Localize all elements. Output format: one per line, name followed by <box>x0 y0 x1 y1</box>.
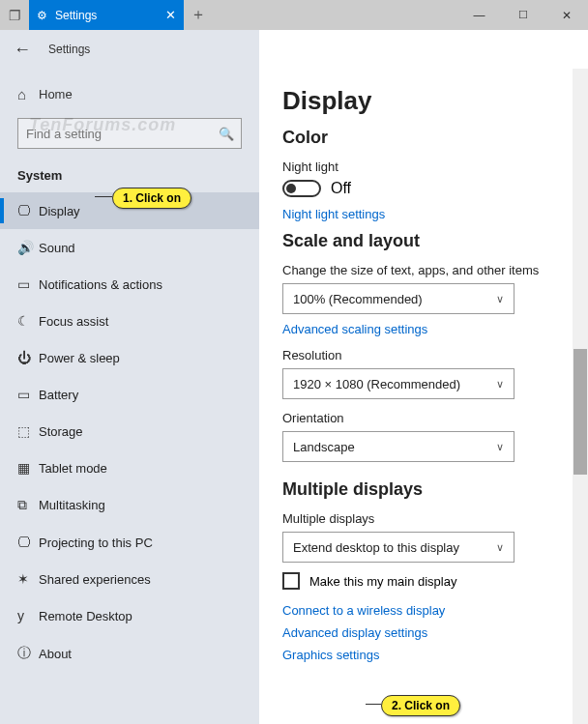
sidebar-item-about[interactable]: ⓘAbout <box>0 634 259 673</box>
text-size-value: 100% (Recommended) <box>293 292 423 306</box>
app-title: Settings <box>48 43 90 56</box>
search-icon[interactable]: 🔍 <box>212 127 241 141</box>
chevron-down-icon: ∨ <box>496 293 504 305</box>
tab-label: Settings <box>55 9 97 22</box>
close-tab-icon[interactable]: ✕ <box>165 8 176 22</box>
nav-icon: ▭ <box>17 387 39 402</box>
advanced-scaling-link[interactable]: Advanced scaling settings <box>282 322 565 336</box>
main-display-label: Make this my main display <box>309 574 456 589</box>
nav-label: Notifications & actions <box>39 277 162 292</box>
callout-1: 1. Click on <box>112 188 191 209</box>
orientation-value: Landscape <box>293 440 355 454</box>
multi-display-select[interactable]: Extend desktop to this display ∨ <box>282 532 514 563</box>
home-icon: ⌂ <box>17 86 39 102</box>
callout-line <box>366 704 381 705</box>
sidebar-item-multitasking[interactable]: ⧉Multitasking <box>0 486 259 524</box>
sidebar-item-shared-experiences[interactable]: ✶Shared experiences <box>0 561 259 597</box>
text-size-select[interactable]: 100% (Recommended) ∨ <box>282 283 514 314</box>
nav-icon: y <box>17 608 39 623</box>
gear-icon: ⚙ <box>37 9 47 22</box>
nav-icon: ⓘ <box>17 645 39 662</box>
nav-icon: ⧉ <box>17 497 39 513</box>
scale-heading: Scale and layout <box>282 231 565 251</box>
nav-icon: 🖵 <box>17 535 39 550</box>
back-button[interactable]: ← <box>14 40 31 60</box>
orientation-label: Orientation <box>282 411 565 425</box>
nav-label: Shared experiences <box>39 572 151 587</box>
search-input[interactable] <box>18 127 212 141</box>
sidebar-item-sound[interactable]: 🔊Sound <box>0 229 259 266</box>
night-light-state: Off <box>331 180 351 197</box>
nav-label: Tablet mode <box>39 461 107 476</box>
callout-line <box>95 196 112 197</box>
home-label: Home <box>39 87 73 101</box>
nav-label: Multitasking <box>39 498 105 512</box>
connect-wireless-link[interactable]: Connect to a wireless display <box>282 603 565 618</box>
resolution-value: 1920 × 1080 (Recommended) <box>293 377 460 391</box>
sidebar-item-remote-desktop[interactable]: yRemote Desktop <box>0 597 259 634</box>
nav-icon: ⬚ <box>17 423 39 439</box>
nav-label: Display <box>39 204 80 218</box>
nav-icon: ⏻ <box>17 350 39 365</box>
chevron-down-icon: ∨ <box>496 378 504 391</box>
sidebar-item-projecting-to-this-pc[interactable]: 🖵Projecting to this PC <box>0 524 259 561</box>
nav-icon: ☾ <box>17 313 39 329</box>
nav-label: About <box>39 647 72 661</box>
sidebar-item-focus-assist[interactable]: ☾Focus assist <box>0 303 259 339</box>
nav-label: Remote Desktop <box>39 609 132 623</box>
multi-value: Extend desktop to this display <box>293 540 459 555</box>
active-tab[interactable]: ⚙ Settings ✕ <box>29 0 184 30</box>
nav-label: Sound <box>39 241 75 255</box>
tabs-icon[interactable]: ❐ <box>0 0 29 30</box>
nav-icon: ▭ <box>17 276 39 292</box>
advanced-display-link[interactable]: Advanced display settings <box>282 625 565 640</box>
sidebar-item-storage[interactable]: ⬚Storage <box>0 413 259 449</box>
page-title: Display <box>282 86 565 116</box>
home-nav[interactable]: ⌂ Home <box>0 76 259 112</box>
night-light-settings-link[interactable]: Night light settings <box>282 207 565 221</box>
color-heading: Color <box>282 128 565 148</box>
text-size-label: Change the size of text, apps, and other… <box>282 263 565 277</box>
main-display-checkbox-row[interactable]: Make this my main display <box>282 572 565 590</box>
sidebar-item-battery[interactable]: ▭Battery <box>0 376 259 413</box>
content-pane: Display Color Night light Off Night ligh… <box>259 69 588 724</box>
sidebar-item-notifications-actions[interactable]: ▭Notifications & actions <box>0 266 259 303</box>
resolution-label: Resolution <box>282 348 565 362</box>
new-tab-button[interactable]: ＋ <box>184 0 213 30</box>
sidebar-item-power-sleep[interactable]: ⏻Power & sleep <box>0 339 259 376</box>
minimize-button[interactable]: — <box>457 0 501 30</box>
sidebar: ⌂ Home TenForums.com 🔍 System 🖵Display🔊S… <box>0 69 259 724</box>
scroll-thumb[interactable] <box>573 349 587 475</box>
tab-region: ❐ ⚙ Settings ✕ ＋ <box>0 0 213 30</box>
multi-label: Multiple displays <box>282 511 565 526</box>
multi-heading: Multiple displays <box>282 479 565 500</box>
callout-2: 2. Click on <box>381 695 460 716</box>
nav-label: Projecting to this PC <box>39 536 153 550</box>
night-light-label: Night light <box>282 159 565 174</box>
nav-icon: 🔊 <box>17 240 39 255</box>
nav-icon: ✶ <box>17 571 39 587</box>
nav-label: Storage <box>39 424 83 439</box>
nav-label: Focus assist <box>39 314 108 329</box>
nav-label: Battery <box>39 388 78 402</box>
scrollbar[interactable] <box>573 69 588 724</box>
resolution-select[interactable]: 1920 × 1080 (Recommended) ∨ <box>282 368 514 399</box>
chevron-down-icon: ∨ <box>496 441 504 453</box>
sidebar-item-tablet-mode[interactable]: ▦Tablet mode <box>0 449 259 486</box>
nav-icon: 🖵 <box>17 203 39 218</box>
graphics-settings-link[interactable]: Graphics settings <box>282 648 565 662</box>
orientation-select[interactable]: Landscape ∨ <box>282 431 514 462</box>
titlebar: ❐ ⚙ Settings ✕ ＋ — ☐ ✕ <box>0 0 588 30</box>
nav-label: Power & sleep <box>39 351 120 365</box>
maximize-button[interactable]: ☐ <box>501 0 544 30</box>
chevron-down-icon: ∨ <box>496 541 504 554</box>
night-light-toggle[interactable] <box>282 180 321 197</box>
main-display-checkbox[interactable] <box>282 572 300 590</box>
window-controls: — ☐ ✕ <box>457 0 588 30</box>
nav-icon: ▦ <box>17 460 39 476</box>
app-header: ← Settings <box>0 30 588 69</box>
close-button[interactable]: ✕ <box>544 0 588 30</box>
search-box[interactable]: 🔍 <box>17 118 242 149</box>
